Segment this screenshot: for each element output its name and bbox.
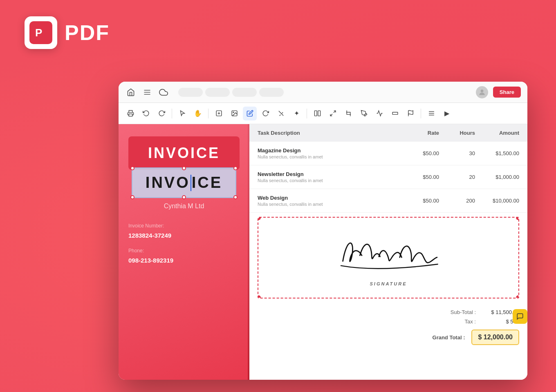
- text-edit-overlay[interactable]: INVOICE: [132, 167, 236, 198]
- handle-bl: [130, 195, 135, 199]
- svg-line-14: [330, 114, 332, 116]
- hours-2: 20: [442, 171, 475, 183]
- text-cursor: [191, 175, 191, 191]
- image-tool[interactable]: [227, 107, 241, 120]
- sig-handle-bl: [258, 295, 261, 298]
- table-row: Newsletter Design Nulla senectus, conval…: [249, 165, 527, 189]
- add-text-tool[interactable]: [212, 107, 226, 120]
- invoice-details: Invoice Number: 1283824-37249 Phone: 098…: [128, 222, 240, 265]
- handle-tm: [182, 166, 186, 170]
- grand-total-row: Grand Total : $ 12,000.00: [433, 330, 519, 345]
- redo-button[interactable]: [155, 107, 168, 120]
- svg-rect-15: [392, 112, 398, 115]
- annotation-tool[interactable]: ✦: [289, 107, 303, 120]
- table-header: Task Description Rate Hours Amount: [249, 124, 527, 142]
- table-row: Web Design Nulla senectus, convallis in …: [249, 189, 527, 213]
- svg-point-10: [233, 112, 233, 113]
- tab-pill-4[interactable]: [259, 88, 284, 97]
- left-panel: INVOICE INVOICE Cynthia M Ltd Invoice Nu…: [119, 124, 249, 380]
- rate-3: $50.00: [398, 195, 439, 207]
- print-button[interactable]: [123, 107, 137, 120]
- handle-tr: [233, 166, 238, 170]
- logo-icon: P: [34, 25, 48, 40]
- invoice-header-title: INVOICE: [138, 145, 230, 162]
- expand-tool[interactable]: ▶: [440, 107, 454, 120]
- watermark-tool[interactable]: [404, 107, 417, 120]
- cloud-icon[interactable]: [158, 87, 169, 98]
- stamp-tool[interactable]: [372, 107, 386, 120]
- table-row: Magazine Design Nulla senectus, convalli…: [249, 142, 527, 165]
- handle-tl: [130, 166, 135, 170]
- share-button[interactable]: Share: [493, 87, 521, 98]
- right-panel: Task Description Rate Hours Amount Magaz…: [249, 124, 527, 380]
- text-before-cursor: INVO: [146, 174, 190, 192]
- amount-2: $1,000.00: [478, 171, 519, 183]
- crop-tool[interactable]: [341, 107, 355, 120]
- hours-3: 200: [442, 195, 475, 207]
- rate-1: $50.00: [398, 147, 439, 159]
- totals-section: Sub-Total : $ 11,500.00 Tax : $ 500 Gran…: [249, 303, 527, 352]
- amount-1: $1,500.00: [478, 147, 519, 159]
- pan-tool[interactable]: ✋: [191, 107, 205, 120]
- svg-rect-5: [129, 114, 132, 116]
- subtotal-row: Sub-Total : $ 11,500.00: [443, 309, 519, 315]
- svg-text:P: P: [35, 27, 42, 39]
- logo-inner: P: [29, 21, 52, 44]
- task-desc-2: Newsletter Design Nulla senectus, conval…: [258, 171, 395, 183]
- comment-button[interactable]: [513, 309, 527, 324]
- col-hours: Hours: [442, 130, 475, 136]
- text-edit-content: INVOICE: [146, 174, 222, 192]
- tax-label: Tax :: [443, 318, 476, 325]
- toolbar: ✋ ✦: [119, 103, 527, 124]
- handle-br: [233, 195, 238, 199]
- tab-pill-3[interactable]: [232, 88, 257, 97]
- top-bar-right: Share: [476, 86, 521, 98]
- text-after-cursor: ICE: [192, 174, 222, 192]
- fullscreen-tool[interactable]: [326, 107, 340, 120]
- undo-button[interactable]: [139, 107, 153, 120]
- hours-1: 30: [442, 147, 475, 159]
- pages-tool[interactable]: [310, 107, 324, 120]
- invoice-number-label: Invoice Number:: [128, 222, 240, 230]
- task-desc-1: Magazine Design Nulla senectus, convalli…: [258, 147, 395, 159]
- tab-pill-1[interactable]: [178, 88, 203, 97]
- svg-line-13: [333, 111, 335, 113]
- user-avatar[interactable]: [476, 86, 488, 98]
- menu-icon[interactable]: [141, 87, 153, 98]
- rate-2: $50.00: [398, 171, 439, 183]
- phone-label: Phone:: [128, 247, 240, 255]
- menu-more[interactable]: [424, 107, 438, 120]
- company-name: Cynthia M Ltd: [128, 203, 240, 210]
- edit-text-tool[interactable]: [243, 107, 257, 120]
- grand-total-label: Grand Total :: [433, 334, 465, 341]
- tab-pill-2[interactable]: [205, 88, 230, 97]
- branding-area: P PDF: [25, 16, 110, 49]
- phone-value: 098-213-892319: [128, 256, 240, 265]
- app-window: Share ✋: [119, 82, 527, 380]
- tax-row: Tax : $ 500: [443, 318, 519, 325]
- sep-2: [208, 109, 208, 118]
- col-task: Task Description: [258, 130, 395, 136]
- signature-area: SIGNATURE: [258, 217, 519, 298]
- sig-handle-tr: [516, 217, 519, 220]
- sep-4: [421, 109, 421, 118]
- sep-1: [172, 109, 172, 118]
- rotate-tool[interactable]: [258, 107, 272, 120]
- content-area: INVOICE INVOICE Cynthia M Ltd Invoice Nu…: [119, 124, 527, 380]
- sep-3: [307, 109, 307, 118]
- handle-bm: [182, 195, 186, 199]
- eraser-tool[interactable]: [274, 107, 288, 120]
- select-tool[interactable]: [175, 107, 189, 120]
- col-amount: Amount: [478, 130, 519, 136]
- subtotal-label: Sub-Total :: [443, 309, 476, 315]
- app-name: PDF: [65, 20, 110, 45]
- sig-handle-br: [516, 295, 519, 298]
- col-rate: Rate: [398, 130, 439, 136]
- home-icon[interactable]: [125, 87, 137, 98]
- svg-rect-12: [318, 111, 320, 116]
- redact-tool[interactable]: [388, 107, 402, 120]
- sign-tool[interactable]: [357, 107, 371, 120]
- tab-pills: [178, 88, 284, 97]
- svg-rect-11: [314, 111, 317, 116]
- invoice-number-value: 1283824-37249: [128, 231, 240, 241]
